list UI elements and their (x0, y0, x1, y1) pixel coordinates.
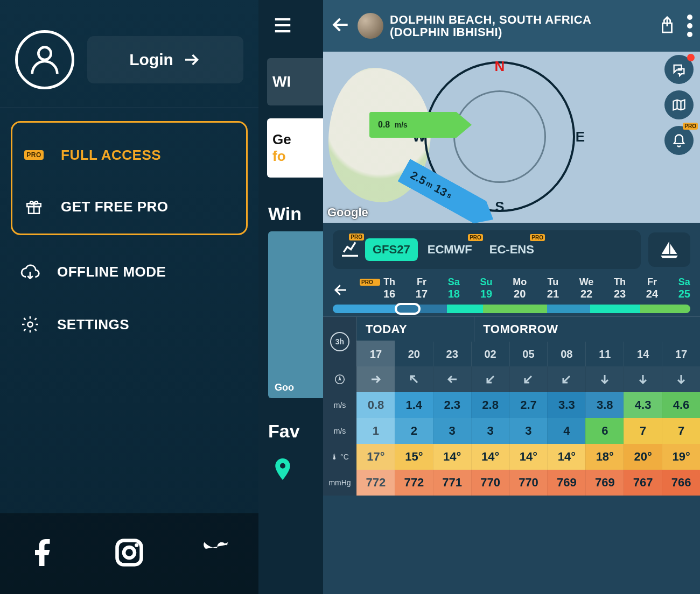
wind-arrow: 0.8 m/s (369, 112, 472, 138)
chat-button[interactable] (664, 55, 694, 84)
twitter-icon[interactable] (199, 536, 232, 571)
pro-block: PRO FULL ACCESS GET FREE PRO (11, 121, 248, 235)
login-button[interactable]: Login (87, 36, 243, 83)
ms1-host-cell: 3.8 (585, 392, 624, 418)
hour-05[interactable]: 05 (509, 342, 548, 366)
press-host-cell: 769 (585, 470, 624, 496)
back-button[interactable] (331, 15, 351, 37)
activity-button[interactable] (648, 232, 690, 267)
day-17[interactable]: Fr17 (416, 277, 428, 300)
full-access-label: FULL ACCESS (61, 147, 161, 164)
ms2-host-cell: 7 (624, 418, 662, 444)
days-scroll-left[interactable] (333, 282, 349, 300)
ms1-host-cell: 2.7 (509, 392, 548, 418)
wind-dir-cell (662, 366, 700, 392)
day-25[interactable]: Sa25 (678, 277, 690, 300)
drawer-social (0, 513, 258, 594)
group-tomorrow: TOMORROW (474, 317, 700, 342)
wind-dir-cell (585, 366, 624, 392)
row-wind-dir (323, 366, 700, 392)
wind-dir-cell (356, 366, 395, 392)
obscured-promo-card[interactable]: Ge fo (267, 118, 323, 178)
obscured-tab[interactable]: WI (267, 58, 323, 105)
unit-ms2: m/s (323, 418, 356, 444)
day-16[interactable]: Th16 (383, 277, 395, 300)
hamburger-icon[interactable] (270, 15, 295, 38)
day-22[interactable]: We22 (579, 277, 594, 300)
ms2-host-cell: 2 (395, 418, 433, 444)
row-wind-speed: m/s 0.81.42.32.82.73.33.84.34.6 (323, 392, 700, 418)
temp-host-cell: 20° (624, 444, 662, 470)
unit-temp: 🌡 °C (323, 444, 356, 470)
svg-point-0 (38, 47, 51, 60)
alerts-button[interactable]: PRO (664, 126, 694, 155)
day-24[interactable]: Fr24 (646, 277, 658, 300)
menu-get-free-pro[interactable]: GET FREE PRO (23, 183, 235, 230)
hour-02[interactable]: 02 (471, 342, 509, 366)
day-21[interactable]: Tu21 (547, 277, 559, 300)
ms2-host-cell: 3 (433, 418, 471, 444)
ms1-host-cell: 0.8 (356, 392, 395, 418)
wind-dir-cell (471, 366, 509, 392)
hour-08[interactable]: 08 (547, 342, 585, 366)
unit-press: mmHg (323, 470, 356, 496)
hour-17[interactable]: 17 (662, 342, 700, 366)
ms1-host-cell: 2.8 (471, 392, 509, 418)
profile-avatar[interactable] (15, 30, 74, 89)
ms1-host-cell: 4.6 (662, 392, 700, 418)
press-host-cell: 772 (395, 470, 433, 496)
svg-point-5 (124, 547, 135, 558)
facebook-icon[interactable] (27, 536, 59, 571)
day-18[interactable]: Sa18 (448, 277, 460, 300)
share-icon[interactable] (658, 16, 676, 36)
obscured-main-panel: WI Ge fo Win Goo Fav (258, 0, 323, 594)
ms1-host-cell: 4.3 (624, 392, 662, 418)
model-gfs27[interactable]: GFS27 (365, 238, 418, 261)
hour-23[interactable]: 23 (433, 342, 471, 366)
chart-icon[interactable]: PRO (339, 238, 361, 261)
hour-17[interactable]: 17 (356, 342, 395, 366)
day-23[interactable]: Th23 (614, 277, 626, 300)
obscured-map-attr: Goo (275, 382, 294, 393)
spot-avatar[interactable] (358, 13, 383, 39)
menu-full-access[interactable]: PRO FULL ACCESS (23, 131, 235, 179)
ms1-host-cell: 2.3 (433, 392, 471, 418)
press-host-cell: 770 (471, 470, 509, 496)
ms2-host-cell: 3 (471, 418, 509, 444)
menu-settings[interactable]: SETTINGS (19, 301, 239, 348)
day-strip: PRO Th16Fr17Sa18Su19Mo20Tu21We22Th23Fr24… (323, 277, 700, 302)
model-ec-ens[interactable]: EC-ENSPRO (482, 238, 542, 261)
interval-badge[interactable]: 3h (323, 317, 356, 366)
day-20[interactable]: Mo20 (513, 277, 527, 300)
ms1-host-cell: 3.3 (547, 392, 585, 418)
timeline-knob[interactable] (395, 303, 421, 315)
ms2-host-cell: 1 (356, 418, 395, 444)
menu-offline-mode[interactable]: OFFLINE MODE (19, 248, 239, 295)
wind-dir-cell (624, 366, 662, 392)
row-gust: m/s 123334677 (323, 418, 700, 444)
spot-header: DOLPHIN BEACH, SOUTH AFRICA (DOLPHIN IBH… (323, 0, 700, 52)
hour-20[interactable]: 20 (395, 342, 433, 366)
gift-icon (23, 197, 45, 216)
timeline-slider[interactable] (333, 305, 690, 313)
compass-map[interactable]: N E S W 0.8 m/s 2.5m 13s Google PRO (323, 52, 700, 223)
day-19[interactable]: Su19 (480, 277, 493, 300)
location-pin-icon[interactable] (275, 458, 291, 482)
map-button[interactable] (664, 90, 694, 119)
get-free-pro-label: GET FREE PRO (61, 199, 169, 215)
press-host-cell: 767 (624, 470, 662, 496)
hour-11[interactable]: 11 (585, 342, 624, 366)
hour-14[interactable]: 14 (624, 342, 662, 366)
temp-host-cell: 18° (585, 444, 624, 470)
compass-n: N (495, 58, 505, 75)
instagram-icon[interactable] (113, 536, 145, 571)
press-host-cell: 770 (509, 470, 548, 496)
group-today: TODAY (356, 317, 474, 342)
compass-s: S (495, 199, 504, 215)
overflow-menu-icon[interactable] (687, 15, 692, 37)
obscured-map-tile[interactable] (268, 231, 323, 398)
model-ecmwf[interactable]: ECMWFPRO (420, 238, 480, 261)
temp-host-cell: 14° (509, 444, 548, 470)
temp-host-cell: 14° (433, 444, 471, 470)
row-press: mmHg 772772771770770769769767766 (323, 470, 700, 496)
